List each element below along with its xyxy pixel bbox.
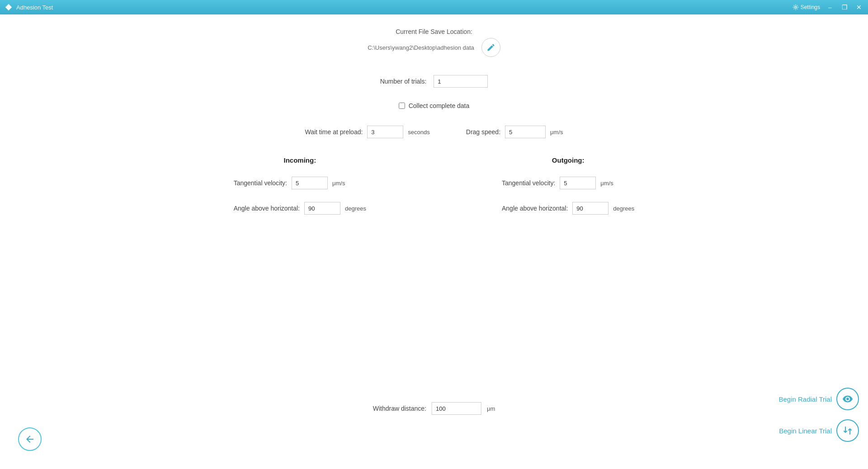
collect-complete-data-section: Collect complete data xyxy=(399,102,470,109)
incoming-angle-row: Angle above horizontal: degrees xyxy=(234,202,366,215)
begin-radial-icon-circle xyxy=(836,388,859,410)
title-bar-left: Adhesion Test xyxy=(5,3,53,11)
file-save-path: C:\Users\ywang2\Desktop\adhesion data xyxy=(368,44,474,51)
withdraw-input[interactable] xyxy=(432,402,481,415)
title-bar: Adhesion Test Settings – ❐ ✕ xyxy=(0,0,868,14)
back-arrow-icon xyxy=(24,434,35,445)
pencil-icon xyxy=(486,43,495,52)
collect-complete-data-checkbox[interactable] xyxy=(399,103,405,109)
file-save-label: Current File Save Location: xyxy=(396,28,472,35)
begin-radial-trial-button[interactable]: Begin Radial Trial xyxy=(778,388,859,410)
incoming-tangential-unit: μm/s xyxy=(332,180,345,187)
settings-button[interactable]: Settings xyxy=(793,4,820,10)
arrows-updown-icon xyxy=(842,425,853,436)
edit-file-path-button[interactable] xyxy=(481,38,500,57)
drag-speed-label: Drag speed: xyxy=(466,128,500,136)
withdraw-section: Withdraw distance: μm xyxy=(373,402,495,415)
outgoing-tangential-label: Tangential velocity: xyxy=(502,179,555,187)
svg-point-1 xyxy=(794,6,796,8)
params-row: Wait time at preload: seconds Drag speed… xyxy=(305,126,563,138)
incoming-tangential-input[interactable] xyxy=(292,177,328,189)
outgoing-angle-unit: degrees xyxy=(613,205,634,212)
trials-label: Number of trials: xyxy=(380,78,427,85)
drag-speed-input[interactable] xyxy=(505,126,546,138)
outgoing-angle-input[interactable] xyxy=(572,202,609,215)
collect-complete-data-label: Collect complete data xyxy=(409,102,470,109)
wait-time-input[interactable] xyxy=(367,126,403,138)
begin-linear-trial-button[interactable]: Begin Linear Trial xyxy=(779,419,859,442)
begin-linear-label: Begin Linear Trial xyxy=(779,427,832,435)
incoming-title: Incoming: xyxy=(284,156,316,164)
settings-label: Settings xyxy=(801,4,820,10)
app-title: Adhesion Test xyxy=(16,4,53,11)
wait-time-label: Wait time at preload: xyxy=(305,128,363,136)
withdraw-label: Withdraw distance: xyxy=(373,405,426,412)
eye-icon xyxy=(842,394,853,404)
incoming-angle-label: Angle above horizontal: xyxy=(234,205,300,212)
outgoing-angle-label: Angle above horizontal: xyxy=(502,205,568,212)
incoming-angle-unit: degrees xyxy=(345,205,366,212)
main-content: Current File Save Location: C:\Users\ywa… xyxy=(0,14,868,469)
file-save-row: C:\Users\ywang2\Desktop\adhesion data xyxy=(368,38,500,57)
withdraw-unit: μm xyxy=(487,405,495,412)
close-button[interactable]: ✕ xyxy=(854,3,863,12)
incoming-angle-input[interactable] xyxy=(304,202,340,215)
outgoing-column: Outgoing: Tangential velocity: μm/s Angl… xyxy=(502,156,634,215)
incoming-tangential-row: Tangential velocity: μm/s xyxy=(234,177,345,189)
wait-time-group: Wait time at preload: seconds xyxy=(305,126,429,138)
velocity-section: Incoming: Tangential velocity: μm/s Angl… xyxy=(234,156,635,215)
trials-section: Number of trials: xyxy=(380,75,488,88)
outgoing-angle-row: Angle above horizontal: degrees xyxy=(502,202,634,215)
incoming-tangential-label: Tangential velocity: xyxy=(234,179,287,187)
app-icon xyxy=(5,3,13,11)
outgoing-tangential-unit: μm/s xyxy=(600,180,613,187)
drag-speed-unit: μm/s xyxy=(550,129,563,136)
outgoing-tangential-row: Tangential velocity: μm/s xyxy=(502,177,613,189)
begin-linear-icon-circle xyxy=(836,419,859,442)
file-save-section: Current File Save Location: C:\Users\ywa… xyxy=(368,28,500,57)
svg-marker-0 xyxy=(5,4,12,10)
minimize-button[interactable]: – xyxy=(826,3,835,12)
gear-icon xyxy=(793,4,799,10)
outgoing-title: Outgoing: xyxy=(552,156,585,164)
wait-time-unit: seconds xyxy=(408,129,429,136)
incoming-column: Incoming: Tangential velocity: μm/s Angl… xyxy=(234,156,366,215)
outgoing-tangential-input[interactable] xyxy=(560,177,596,189)
trials-input[interactable] xyxy=(434,75,488,88)
restore-button[interactable]: ❐ xyxy=(840,3,849,12)
back-button[interactable] xyxy=(18,427,42,451)
drag-speed-group: Drag speed: μm/s xyxy=(466,126,563,138)
begin-radial-label: Begin Radial Trial xyxy=(778,395,832,403)
title-bar-right: Settings – ❐ ✕ xyxy=(793,3,863,12)
